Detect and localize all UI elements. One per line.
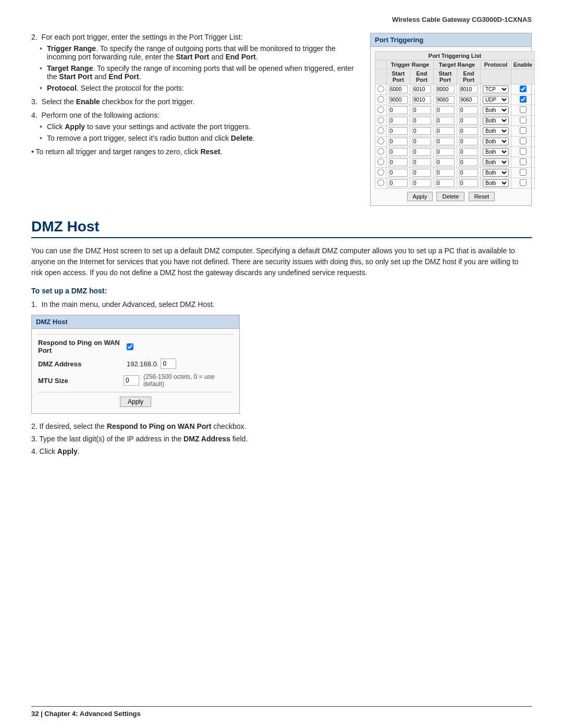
target-range-text: . To specify the range of incoming ports… <box>47 64 354 81</box>
mtu-field[interactable] <box>124 375 139 386</box>
row-radio-3[interactable] <box>377 117 384 124</box>
end-target-8[interactable] <box>459 169 478 177</box>
start-trigger-9[interactable] <box>389 179 408 187</box>
end-trigger-2[interactable] <box>412 106 431 114</box>
end-trigger-3[interactable] <box>412 117 431 125</box>
row-radio-2[interactable] <box>377 106 384 113</box>
mtu-label: MTU Size <box>38 377 124 385</box>
protocol-label: Protocol <box>47 84 77 92</box>
start-target-8[interactable] <box>436 169 455 177</box>
enable-checkbox-6[interactable] <box>520 148 527 155</box>
enable-checkbox-7[interactable] <box>520 158 527 165</box>
start-target-6[interactable] <box>436 148 455 156</box>
row-radio-1[interactable] <box>377 96 384 103</box>
enable-checkbox-8[interactable] <box>520 169 527 176</box>
instruction-list: 2. For each port trigger, enter the sett… <box>31 33 354 142</box>
end-target-6[interactable] <box>459 148 478 156</box>
dmz-steps: 1. In the main menu, under Advanced, sel… <box>31 300 532 309</box>
step3-text: Type the last digit(s) of the IP address… <box>39 435 248 443</box>
start-target-1[interactable] <box>436 96 455 104</box>
right-column: Port Triggering Port Triggering List Tri… <box>370 33 532 206</box>
apply-button[interactable]: Apply <box>407 192 433 201</box>
end-target-2[interactable] <box>459 106 478 114</box>
start-target-3[interactable] <box>436 117 455 125</box>
protocol-text: . Select the protocol for the ports: <box>77 84 184 92</box>
start-trigger-1[interactable] <box>389 96 408 104</box>
end-trigger-1[interactable] <box>412 96 431 104</box>
protocol-select-9[interactable]: TCPUDPBoth <box>483 179 509 187</box>
step4-text: Click Apply. <box>40 447 80 455</box>
start-trigger-5[interactable] <box>389 138 408 145</box>
enable-checkbox-1[interactable] <box>520 96 527 103</box>
start-target-5[interactable] <box>436 138 455 145</box>
reset-button[interactable]: Reset <box>469 192 495 201</box>
end-trigger-8[interactable] <box>412 169 431 177</box>
protocol-select-6[interactable]: TCPUDPBoth <box>483 148 509 156</box>
end-target-9[interactable] <box>459 179 478 187</box>
bullet-delete: To remove a port trigger, select it's ra… <box>40 134 354 142</box>
enable-checkbox-3[interactable] <box>520 117 527 124</box>
row-radio-4[interactable] <box>377 127 384 134</box>
end-trigger-6[interactable] <box>412 148 431 156</box>
row-radio-6[interactable] <box>377 148 384 155</box>
item2-text: For each port trigger, enter the setting… <box>42 33 243 41</box>
protocol-select-2[interactable]: TCPUDPBoth <box>483 106 509 114</box>
enable-checkbox-2[interactable] <box>520 106 527 113</box>
start-target-4[interactable] <box>436 127 455 135</box>
protocol-select-4[interactable]: TCPUDPBoth <box>483 127 509 135</box>
row-radio-5[interactable] <box>377 138 384 144</box>
start-target-9[interactable] <box>436 179 455 187</box>
start-target-2[interactable] <box>436 106 455 114</box>
start-trigger-7[interactable] <box>389 158 408 166</box>
main-content: 2. For each port trigger, enter the sett… <box>31 33 532 206</box>
dmz-address-row: DMZ Address 192.168.0. <box>38 359 233 369</box>
protocol-select-8[interactable]: TCPUDPBoth <box>483 169 509 177</box>
start-trigger-3[interactable] <box>389 117 408 125</box>
dmz-apply-button[interactable]: Apply <box>120 397 151 407</box>
start-trigger-4[interactable] <box>389 127 408 135</box>
protocol-select-5[interactable]: TCPUDPBoth <box>483 138 509 145</box>
protocol-select-1[interactable]: TCPUDPBoth <box>483 96 509 104</box>
end-target-7[interactable] <box>459 158 478 166</box>
item2-bullets: Trigger Range. To specify the range of o… <box>40 44 354 92</box>
start-trigger-0[interactable] <box>389 85 408 93</box>
end-trigger-7[interactable] <box>412 158 431 166</box>
dmz-section: DMZ Host You can use the DMZ Host screen… <box>31 218 532 455</box>
end-trigger-9[interactable] <box>412 179 431 187</box>
bullet-trigger-range: Trigger Range. To specify the range of o… <box>40 44 354 61</box>
page-container: Wireless Cable Gateway CG3000D-1CXNAS 2.… <box>0 0 563 728</box>
end-target-5[interactable] <box>459 138 478 145</box>
start-trigger-6[interactable] <box>389 148 408 156</box>
end-trigger-4[interactable] <box>412 127 431 135</box>
enable-checkbox-4[interactable] <box>520 127 527 134</box>
start-target-7[interactable] <box>436 158 455 166</box>
start-target-0[interactable] <box>436 85 455 93</box>
protocol-select-7[interactable]: TCPUDPBoth <box>483 158 509 166</box>
start-trigger-2[interactable] <box>389 106 408 114</box>
trigger-range-label: Trigger Range <box>47 44 96 53</box>
end-trigger-5[interactable] <box>412 138 431 145</box>
row-radio-8[interactable] <box>377 169 384 176</box>
protocol-select-0[interactable]: TCPUDPBoth <box>483 85 509 93</box>
mtu-value-container: (256-1500 octets, 0 = use default) <box>124 373 233 388</box>
reset-line: • To return all trigger and target range… <box>31 147 354 156</box>
end-target-1[interactable] <box>459 96 478 104</box>
instruction-item-3: 3. Select the Enable checkbox for the po… <box>31 97 354 106</box>
end-target-3[interactable] <box>459 117 478 125</box>
enable-checkbox-5[interactable] <box>520 138 527 144</box>
row-radio-7[interactable] <box>377 158 384 165</box>
instruction-item-2: 2. For each port trigger, enter the sett… <box>31 33 354 92</box>
start-trigger-8[interactable] <box>389 169 408 177</box>
row-radio-0[interactable] <box>377 85 384 92</box>
delete-button[interactable]: Delete <box>436 192 464 201</box>
end-target-0[interactable] <box>459 85 478 93</box>
row-radio-9[interactable] <box>377 179 384 186</box>
respond-ping-checkbox[interactable] <box>127 343 133 350</box>
enable-checkbox-0[interactable] <box>520 85 527 92</box>
protocol-select-3[interactable]: TCPUDPBoth <box>483 117 509 125</box>
respond-ping-value <box>127 343 133 350</box>
end-trigger-0[interactable] <box>412 85 431 93</box>
end-target-4[interactable] <box>459 127 478 135</box>
enable-checkbox-9[interactable] <box>520 179 527 186</box>
dmz-ip-last-field[interactable] <box>161 359 176 369</box>
